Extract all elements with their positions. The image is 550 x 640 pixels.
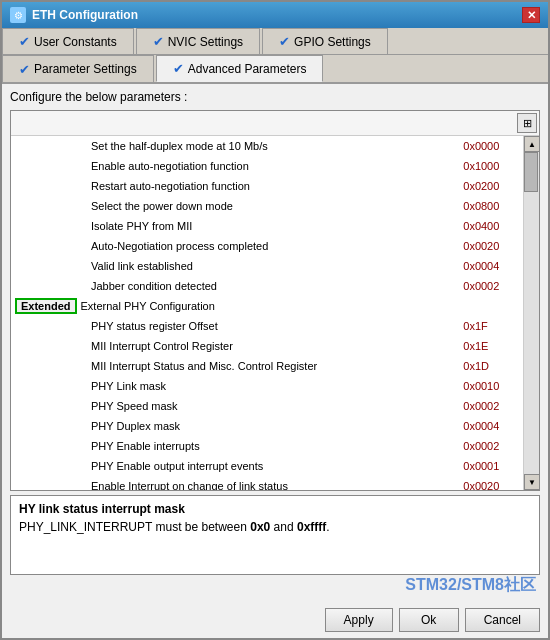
- tabs-row1: ✔ User Constants ✔ NVIC Settings ✔ GPIO …: [2, 28, 548, 55]
- table-row[interactable]: MII Interrupt Control Register0x1E: [11, 336, 523, 356]
- scroll-track[interactable]: [524, 152, 539, 474]
- tab-gpio-settings[interactable]: ✔ GPIO Settings: [262, 28, 388, 54]
- table-row[interactable]: PHY Speed mask0x0002: [11, 396, 523, 416]
- table-row[interactable]: Jabber condition detected0x0002: [11, 276, 523, 296]
- description-and: and: [270, 520, 297, 534]
- param-value-cell: [459, 296, 523, 316]
- description-min: 0x0: [250, 520, 270, 534]
- table-row[interactable]: Enable Interrupt on change of link statu…: [11, 476, 523, 490]
- eth-configuration-window: ⚙ ETH Configuration ✕ ✔ User Constants ✔…: [0, 0, 550, 640]
- param-value-cell: 0x0800: [459, 196, 523, 216]
- tab-advanced-parameters[interactable]: ✔ Advanced Parameters: [156, 55, 324, 82]
- param-name-cell: Enable auto-negotiation function: [11, 156, 459, 176]
- tab-parameter-settings-label: Parameter Settings: [34, 62, 137, 76]
- tab-nvic-settings[interactable]: ✔ NVIC Settings: [136, 28, 260, 54]
- param-name-cell: PHY Duplex mask: [11, 416, 459, 436]
- param-name-cell: PHY Enable output interrupt events: [11, 456, 459, 476]
- title-bar: ⚙ ETH Configuration ✕: [2, 2, 548, 28]
- tab-advanced-parameters-label: Advanced Parameters: [188, 62, 307, 76]
- table-row[interactable]: PHY status register Offset0x1F: [11, 316, 523, 336]
- table-row[interactable]: ExtendedExternal PHY Configuration: [11, 296, 523, 316]
- table-row[interactable]: PHY Enable output interrupt events0x0001: [11, 456, 523, 476]
- tab-user-constants-label: User Constants: [34, 35, 117, 49]
- extended-badge: Extended: [15, 298, 77, 314]
- param-name-cell: Set the half-duplex mode at 10 Mb/s: [11, 136, 459, 156]
- table-row[interactable]: PHY Link mask0x0010: [11, 376, 523, 396]
- param-value-cell: 0x1000: [459, 156, 523, 176]
- param-name-cell: Jabber condition detected: [11, 276, 459, 296]
- param-value-cell: 0x0000: [459, 136, 523, 156]
- table-row[interactable]: Auto-Negotiation process completed0x0020: [11, 236, 523, 256]
- param-value-cell: 0x1D: [459, 356, 523, 376]
- description-area: HY link status interrupt mask PHY_LINK_I…: [10, 495, 540, 575]
- param-name-cell: PHY Enable interrupts: [11, 436, 459, 456]
- tab-user-constants[interactable]: ✔ User Constants: [2, 28, 134, 54]
- close-button[interactable]: ✕: [522, 7, 540, 23]
- param-value-cell: 0x1E: [459, 336, 523, 356]
- parameter-table-container: ⊞ Set the half-duplex mode at 10 Mb/s0x0…: [10, 110, 540, 491]
- table-with-scroll: Set the half-duplex mode at 10 Mb/s0x000…: [11, 136, 539, 490]
- param-value-cell: 0x0020: [459, 476, 523, 490]
- tabs-row2: ✔ Parameter Settings ✔ Advanced Paramete…: [2, 55, 548, 84]
- param-value-cell: 0x0400: [459, 216, 523, 236]
- parameter-table: Set the half-duplex mode at 10 Mb/s0x000…: [11, 136, 523, 490]
- param-name-cell: MII Interrupt Control Register: [11, 336, 459, 356]
- param-value-cell: 0x0001: [459, 456, 523, 476]
- param-value-cell: 0x0200: [459, 176, 523, 196]
- tab-parameter-settings[interactable]: ✔ Parameter Settings: [2, 55, 154, 82]
- param-value-cell: 0x0010: [459, 376, 523, 396]
- watermark: STM32/STM8社区: [10, 575, 540, 596]
- title-bar-left: ⚙ ETH Configuration: [10, 7, 138, 23]
- scrollbar[interactable]: ▲ ▼: [523, 136, 539, 490]
- table-row[interactable]: Restart auto-negotiation function0x0200: [11, 176, 523, 196]
- button-row: Apply Ok Cancel: [2, 602, 548, 638]
- param-value-cell: 0x0004: [459, 256, 523, 276]
- tab-nvic-settings-label: NVIC Settings: [168, 35, 243, 49]
- table-toolbar: ⊞: [11, 111, 539, 136]
- scroll-down-arrow[interactable]: ▼: [524, 474, 539, 490]
- table-view-button[interactable]: ⊞: [517, 113, 537, 133]
- apply-button[interactable]: Apply: [325, 608, 393, 632]
- param-value-cell: 0x0020: [459, 236, 523, 256]
- param-name-cell: Auto-Negotiation process completed: [11, 236, 459, 256]
- table-row[interactable]: Select the power down mode0x0800: [11, 196, 523, 216]
- description-body: PHY_LINK_INTERRUPT must be between 0x0 a…: [19, 520, 531, 534]
- ok-button[interactable]: Ok: [399, 608, 459, 632]
- param-name-cell: Enable Interrupt on change of link statu…: [11, 476, 459, 490]
- param-name-cell: ExtendedExternal PHY Configuration: [11, 296, 459, 316]
- description-prefix: PHY_LINK_INTERRUPT must be between: [19, 520, 250, 534]
- scroll-up-arrow[interactable]: ▲: [524, 136, 539, 152]
- param-name-cell: PHY Link mask: [11, 376, 459, 396]
- table-row[interactable]: PHY Enable interrupts0x0002: [11, 436, 523, 456]
- table-row[interactable]: MII Interrupt Status and Misc. Control R…: [11, 356, 523, 376]
- table-row[interactable]: PHY Duplex mask0x0004: [11, 416, 523, 436]
- description-suffix: .: [326, 520, 329, 534]
- param-name-cell: PHY Speed mask: [11, 396, 459, 416]
- instruction-text: Configure the below parameters :: [10, 90, 540, 104]
- content-area: Configure the below parameters : ⊞ Set t…: [2, 84, 548, 602]
- cancel-button[interactable]: Cancel: [465, 608, 540, 632]
- description-title: HY link status interrupt mask: [19, 502, 531, 516]
- param-name-cell: Valid link established: [11, 256, 459, 276]
- description-max: 0xffff: [297, 520, 326, 534]
- table-row[interactable]: Enable auto-negotiation function0x1000: [11, 156, 523, 176]
- table-scroll-area[interactable]: Set the half-duplex mode at 10 Mb/s0x000…: [11, 136, 523, 490]
- table-row[interactable]: Valid link established0x0004: [11, 256, 523, 276]
- param-name-cell: Select the power down mode: [11, 196, 459, 216]
- param-value-cell: 0x0002: [459, 276, 523, 296]
- table-row[interactable]: Set the half-duplex mode at 10 Mb/s0x000…: [11, 136, 523, 156]
- param-name-cell: PHY status register Offset: [11, 316, 459, 336]
- tab-check-icon: ✔: [173, 61, 184, 76]
- window-title: ETH Configuration: [32, 8, 138, 22]
- param-name-cell: MII Interrupt Status and Misc. Control R…: [11, 356, 459, 376]
- table-row[interactable]: Isolate PHY from MII0x0400: [11, 216, 523, 236]
- scroll-thumb[interactable]: [524, 152, 538, 192]
- param-name-cell: Isolate PHY from MII: [11, 216, 459, 236]
- tab-check-icon: ✔: [19, 34, 30, 49]
- tab-check-icon: ✔: [19, 62, 30, 77]
- tab-check-icon: ✔: [279, 34, 290, 49]
- window-icon: ⚙: [10, 7, 26, 23]
- tab-check-icon: ✔: [153, 34, 164, 49]
- param-name-cell: Restart auto-negotiation function: [11, 176, 459, 196]
- tab-gpio-settings-label: GPIO Settings: [294, 35, 371, 49]
